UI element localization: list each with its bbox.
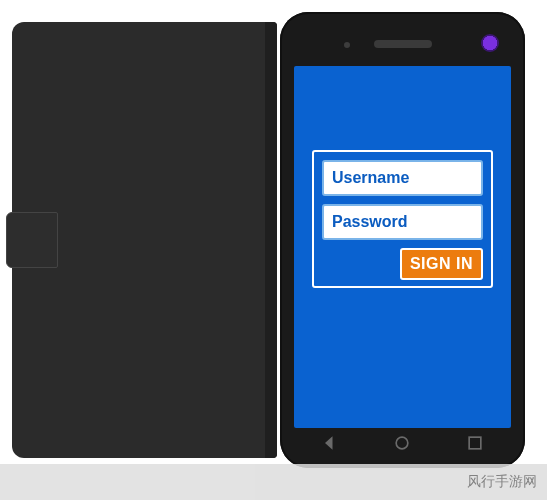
phone-case-cover	[12, 22, 277, 458]
back-icon[interactable]	[320, 433, 340, 457]
phone-speaker	[374, 40, 432, 48]
phone-body: Username Password SIGN IN	[280, 12, 525, 468]
svg-rect-1	[469, 437, 481, 449]
password-field[interactable]: Password	[322, 204, 483, 240]
android-softkeys	[294, 434, 511, 456]
home-icon[interactable]	[392, 433, 412, 457]
phone-case-clasp	[6, 212, 58, 268]
username-field[interactable]: Username	[322, 160, 483, 196]
signin-row: SIGN IN	[322, 248, 483, 280]
recents-icon[interactable]	[465, 433, 485, 457]
proximity-sensor-icon	[344, 42, 350, 48]
phone-screen: Username Password SIGN IN	[294, 66, 511, 428]
watermark-strip: 风行手游网	[0, 464, 547, 500]
signin-button[interactable]: SIGN IN	[400, 248, 483, 280]
watermark-text: 风行手游网	[467, 473, 537, 491]
front-camera-icon	[481, 34, 499, 52]
svg-point-0	[397, 437, 409, 449]
login-panel: Username Password SIGN IN	[312, 150, 493, 288]
